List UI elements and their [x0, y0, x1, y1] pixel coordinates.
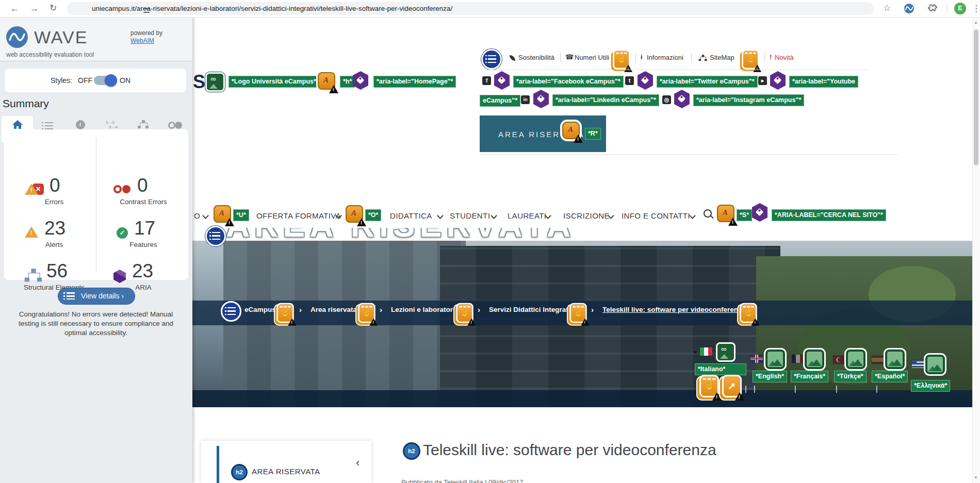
utility-novita[interactable]: Novità: [775, 54, 794, 61]
breadcrumb-current[interactable]: Teleskill live: software per videoconfer…: [602, 306, 745, 313]
flag-france-icon[interactable]: [792, 355, 804, 363]
styles-toggle[interactable]: [94, 76, 116, 85]
image-icon[interactable]: [925, 355, 945, 374]
image-icon[interactable]: [765, 349, 785, 369]
header-divider: [480, 154, 897, 155]
nav-didattica[interactable]: DIDATTICA: [390, 211, 432, 220]
wave-alert-icon[interactable]: [699, 375, 719, 397]
back-icon[interactable]: ←: [10, 4, 19, 13]
breadcrumb-servizi[interactable]: Servizi Didattici Integrativi: [489, 306, 576, 313]
url-text[interactable]: uniecampus.it/area-riservata/lezioni-e-l…: [92, 5, 452, 12]
wave-alert-icon[interactable]: [613, 49, 630, 70]
wave-alert-icon[interactable]: [456, 303, 473, 323]
utility-divider: [560, 53, 561, 61]
lang-italiano[interactable]: *Italiano*: [695, 363, 746, 375]
flag-spain-icon[interactable]: [872, 356, 884, 364]
sitemap-icon: [699, 55, 708, 62]
nav-iscrizione[interactable]: ISCRIZIONE: [563, 211, 610, 220]
image-icon[interactable]: [885, 349, 905, 369]
styles-card: Styles: OFF ON: [5, 69, 186, 92]
wave-alert-icon[interactable]: [358, 303, 375, 323]
wave-label-u: *U*: [233, 209, 249, 221]
sidebar-card[interactable]: h2 AREA RISERVATA ‹: [201, 441, 371, 483]
utility-informazioni[interactable]: Informazioni: [647, 54, 683, 61]
browser-menu-icon[interactable]: ⋮: [972, 4, 980, 13]
alerts-icon: !: [25, 184, 38, 195]
dropdown-arrow-icon: ▸: [694, 348, 697, 355]
utility-divider: [635, 53, 636, 61]
lang-ellinika[interactable]: *Ελληνικά*: [911, 380, 950, 392]
forward-icon[interactable]: →: [30, 4, 39, 13]
wave-label-linkedin: *aria-label="Linkedin eCampus"*: [552, 94, 659, 106]
lang-english[interactable]: *English*: [753, 371, 787, 382]
features-count: 17: [134, 218, 155, 239]
lang-espanol[interactable]: *Español*: [872, 371, 908, 382]
profile-avatar[interactable]: E: [954, 3, 966, 14]
breadcrumb-ecampus[interactable]: eCampus: [244, 306, 276, 313]
wave-alert-a-icon[interactable]: [214, 205, 231, 223]
wave-alert-icon[interactable]: [740, 303, 757, 323]
extensions-puzzle-icon[interactable]: [927, 3, 937, 15]
summary-title: Summary: [3, 97, 49, 110]
flag-turkey-icon[interactable]: [833, 356, 845, 364]
sidebar-accent-bar: [217, 446, 219, 483]
nav-offerta-formativa[interactable]: OFFERTA FORMATIVA: [256, 211, 341, 220]
wave-label-h: *h*: [340, 76, 355, 88]
page-scrollbar[interactable]: ▲ ▼: [972, 17, 980, 483]
linkedin-icon[interactable]: in: [521, 95, 530, 104]
linked-image-icon[interactable]: [716, 342, 736, 362]
aria-cube-icon: [113, 270, 126, 283]
wave-alert-a-icon[interactable]: [346, 205, 363, 223]
wave-logo-icon: [6, 26, 28, 50]
view-details-button[interactable]: View details ›: [58, 288, 135, 305]
errors-label: Errors: [10, 198, 98, 206]
utility-divider: [691, 53, 692, 61]
wave-alert-icon[interactable]: [276, 303, 293, 323]
structural-elements-icon: [25, 269, 43, 283]
instagram-icon[interactable]: ◎: [662, 95, 671, 104]
search-icon[interactable]: [704, 209, 712, 218]
youtube-icon[interactable]: ▸: [758, 76, 767, 85]
nav-laureati[interactable]: LAUREATI: [508, 211, 546, 220]
flag-uk-icon[interactable]: [750, 355, 763, 363]
list-circle-icon: [481, 49, 502, 70]
utility-numeri-utili[interactable]: Numeri Utili: [575, 54, 609, 61]
utility-sostenibilita[interactable]: Sostenibilità: [518, 54, 554, 61]
breadcrumb-separator: ›: [591, 305, 594, 314]
chevron-left-icon[interactable]: ‹: [356, 456, 360, 470]
lang-separator: |: [794, 385, 796, 393]
nav-studenti[interactable]: STUDENTI: [450, 211, 490, 220]
flag-greece-icon[interactable]: [912, 360, 924, 368]
reload-icon[interactable]: ↻: [50, 4, 57, 12]
nav-fragment[interactable]: O: [194, 211, 200, 220]
webaim-link[interactable]: WebAIM: [130, 37, 154, 44]
wave-alert-icon[interactable]: [742, 49, 759, 70]
lang-turkce[interactable]: *Türkçe*: [834, 371, 867, 382]
wave-alert-a-icon[interactable]: [562, 122, 580, 139]
wave-alert-icon[interactable]: [569, 303, 586, 323]
wave-alert-a-icon[interactable]: [318, 72, 335, 90]
facebook-icon[interactable]: f: [482, 76, 491, 85]
image-icon[interactable]: [805, 349, 824, 369]
breadcrumb-lezioni[interactable]: Lezioni e laboratori: [391, 306, 455, 313]
image-icon[interactable]: [846, 349, 865, 369]
wave-label-homepage: *aria-label="HomePage"*: [373, 76, 456, 88]
wave-alert-newwindow-icon[interactable]: [722, 375, 742, 397]
wave-alert-a-icon[interactable]: [717, 205, 734, 222]
breadcrumb-area-riservata[interactable]: Area riservata: [311, 306, 357, 313]
wave-extension-icon[interactable]: [904, 3, 914, 16]
lang-separator: |: [745, 385, 747, 393]
bookmark-star-icon[interactable]: ☆: [883, 4, 891, 12]
twitter-icon[interactable]: t: [625, 76, 634, 85]
linked-image-icon[interactable]: [205, 72, 225, 92]
list-circle-icon: [221, 301, 241, 322]
utility-sitemap[interactable]: SiteMap: [710, 54, 734, 61]
flag-italy-icon[interactable]: [700, 347, 712, 356]
scroll-down-icon[interactable]: ▼: [974, 475, 978, 480]
logo-fragment: S: [193, 71, 205, 93]
wave-label-twitter: *aria-label="Twitter eCampus"*: [657, 76, 758, 88]
lang-francais[interactable]: *Français*: [791, 371, 828, 382]
scroll-up-icon[interactable]: ▲: [974, 20, 978, 25]
scrollbar-thumb[interactable]: [974, 29, 978, 165]
nav-info-contatti[interactable]: INFO E CONTATTI: [622, 211, 690, 220]
